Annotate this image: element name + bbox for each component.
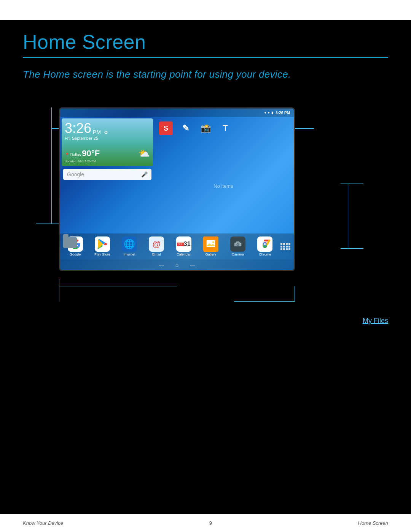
status-icons: ▾ ▾ ▮ [264, 111, 273, 115]
left-column: 3:26 PM ⚙ Fri, September 25 📍 Dallas [62, 118, 153, 232]
annotation-line-right-top-h [341, 184, 363, 184]
footer-right: Home Screen [358, 520, 388, 526]
no-items-area: No items [155, 140, 292, 232]
page-title-section: Home Screen The Home screen is the start… [0, 20, 411, 80]
device-container: ▾ ▾ ▮ 3:26 PM 3:26 PM [59, 107, 295, 271]
status-bar: ▾ ▾ ▮ 3:26 PM [60, 109, 294, 117]
location-pin-icon: 📍 [65, 153, 69, 157]
title-divider [23, 57, 388, 58]
content-area: Home Screen The Home screen is the start… [0, 20, 411, 532]
playstore-app-icon [95, 236, 110, 252]
signal-icon: ▾ [268, 111, 270, 115]
camera-app-label: Camera [232, 252, 244, 256]
calendar-app-icon: JUL 31 [176, 236, 191, 252]
settings-icon: ⚙ [104, 130, 108, 135]
footer-page-number: 9 [209, 520, 212, 526]
google-search-bar[interactable]: Google 🎤 [63, 169, 151, 180]
page-subtitle: The Home screen is the starting point fo… [23, 69, 388, 80]
recents-button[interactable]: — [190, 262, 195, 268]
no-items-label: No items [213, 183, 233, 189]
quick-icons-row: S ✎ 📸 T [155, 118, 292, 138]
bottom-footer: Know Your Device 9 Home Screen [0, 514, 411, 532]
annotation-line-bottom-left [59, 286, 177, 286]
camera-flip-icon[interactable]: 📸 [199, 121, 212, 135]
weather-location: 📍 Dallas 90°F [65, 149, 100, 158]
dock-app-playstore[interactable]: Play Store [89, 236, 116, 256]
svg-point-6 [237, 244, 239, 246]
home-button[interactable]: ⌂ [175, 262, 178, 268]
battery-icon: ▮ [271, 111, 273, 115]
annotation-line-bottom-v-left [59, 279, 59, 302]
annotation-line-right-bot-h [341, 248, 363, 249]
grid-dot-4 [288, 243, 290, 245]
annotation-line-bottom-right-v [295, 286, 295, 302]
chrome-app-icon [257, 236, 272, 252]
calendar-app-label: Calendar [177, 252, 191, 256]
gallery-app-icon [203, 236, 218, 252]
weather-period: PM [93, 129, 101, 135]
email-app-icon: @ [149, 236, 164, 252]
top-bar [0, 0, 411, 20]
internet-app-icon: 🌐 [122, 236, 137, 252]
navigation-bar: — ⌂ — [60, 259, 294, 270]
annotation-line-right [348, 184, 348, 248]
tablet-screen: ▾ ▾ ▮ 3:26 PM 3:26 PM [60, 109, 294, 270]
camera-app-icon [230, 236, 245, 252]
camera-svg [233, 239, 243, 249]
weather-clock: 3:26 [65, 121, 91, 135]
grid-icon [280, 243, 290, 250]
svg-point-7 [240, 243, 241, 244]
gallery-svg [205, 238, 217, 250]
google-app-label: Google [70, 252, 81, 256]
dock-app-email[interactable]: @ Email [143, 236, 170, 256]
play-store-svg [97, 239, 107, 249]
svg-point-10 [264, 243, 266, 245]
internet-app-label: Internet [124, 252, 135, 256]
grid-dot-12 [288, 248, 290, 250]
weather-updated: Updated: 01/1 3:26 PM [65, 160, 150, 163]
pencil-icon[interactable]: ✎ [179, 121, 193, 135]
app-dock: Google [60, 233, 294, 259]
status-time: 3:26 PM [276, 111, 290, 115]
s-icon[interactable]: S [159, 121, 173, 135]
grid-dot-8 [288, 246, 290, 248]
chrome-app-label: Chrome [259, 252, 271, 256]
footer-left: Know Your Device [23, 520, 63, 526]
gallery-app-label: Gallery [206, 252, 217, 256]
my-files-link[interactable]: My Files [363, 317, 388, 325]
calendar-day: 31 [184, 240, 191, 248]
grid-dot-9 [280, 248, 282, 250]
grid-dot-3 [286, 243, 288, 245]
grid-dot-6 [283, 246, 285, 248]
apps-grid-button[interactable] [279, 240, 292, 253]
folder-icon [63, 237, 77, 248]
google-logo: Google [67, 171, 84, 177]
weather-widget: 3:26 PM ⚙ Fri, September 25 📍 Dallas [62, 118, 153, 166]
chrome-svg [260, 239, 270, 249]
grid-dot-2 [283, 243, 285, 245]
weather-location-temp: 📍 Dallas 90°F [65, 149, 100, 158]
dock-app-gallery[interactable]: Gallery [198, 236, 224, 256]
dock-app-camera[interactable]: Camera [225, 236, 251, 256]
dock-app-chrome[interactable]: Chrome [252, 236, 278, 256]
dock-app-internet[interactable]: 🌐 Internet [116, 236, 143, 256]
my-files-dock-icon[interactable] [63, 237, 77, 248]
annotation-line-left [51, 128, 52, 224]
svg-point-3 [212, 241, 214, 243]
at-sign-icon: @ [152, 239, 161, 249]
back-button[interactable]: — [159, 262, 164, 268]
top-panel: 3:26 PM ⚙ Fri, September 25 📍 Dallas [60, 117, 294, 233]
email-app-label: Email [152, 252, 161, 256]
playstore-app-label: Play Store [94, 252, 110, 256]
grid-dot-10 [283, 248, 285, 250]
text-icon[interactable]: T [218, 121, 232, 135]
mic-icon: 🎤 [141, 171, 148, 177]
weather-date: Fri, September 25 [65, 136, 150, 141]
right-panel: S ✎ 📸 T No items [155, 118, 292, 232]
dock-app-calendar[interactable]: JUL 31 Calendar [170, 236, 197, 256]
weather-cloud-icon: ⛅ [139, 148, 150, 159]
weather-temp: 90°F [82, 149, 100, 158]
tablet-mockup: ▾ ▾ ▮ 3:26 PM 3:26 PM [59, 107, 295, 271]
calendar-month: JUL [177, 243, 184, 246]
weather-info: 📍 Dallas 90°F ⛅ [65, 148, 150, 159]
